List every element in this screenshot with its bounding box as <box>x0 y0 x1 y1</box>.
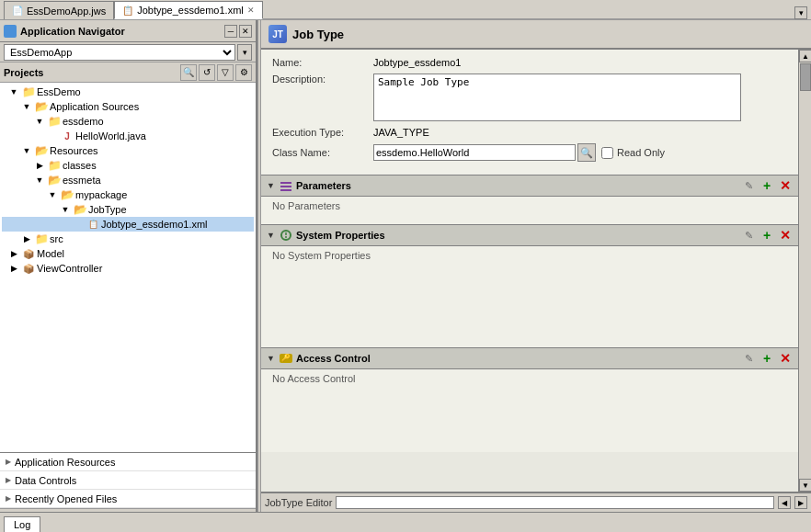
nav-minimize-button[interactable]: ─ <box>224 25 237 38</box>
recently-opened-label: Recently Opened Files <box>15 493 117 504</box>
tree-item-essdemo-pkg[interactable]: ▼ 📁 essdemo <box>2 114 254 129</box>
src-icon: 📁 <box>35 232 48 245</box>
parameters-delete-button[interactable]: ✕ <box>778 178 793 193</box>
app-sources-label: Application Sources <box>50 101 139 112</box>
viewcontroller-toggle[interactable]: ▶ <box>7 262 20 275</box>
job-type-header: JT Job Type <box>261 20 811 50</box>
parameters-add-button[interactable]: + <box>760 178 774 193</box>
jobtype-folder-icon: 📂 <box>74 203 86 216</box>
tab-jobtype-icon: 📋 <box>122 6 133 16</box>
system-props-icon <box>280 229 292 242</box>
recently-opened-section[interactable]: ▶ Recently Opened Files <box>0 490 256 508</box>
tree-item-app-sources[interactable]: ▼ 📂 Application Sources <box>2 99 254 114</box>
app-selector-dropdown[interactable]: EssDemoApp <box>4 44 235 61</box>
model-icon: 📦 <box>22 247 35 260</box>
resources-label: Resources <box>50 145 98 156</box>
app-sources-icon: 📂 <box>35 100 48 113</box>
model-toggle[interactable]: ▶ <box>7 247 20 260</box>
access-control-empty-text: No Access Control <box>272 373 355 384</box>
parameters-empty-text: No Parameters <box>272 200 340 211</box>
scroll-thumb[interactable] <box>800 63 811 91</box>
classes-toggle[interactable]: ▶ <box>33 159 46 172</box>
app-resources-section[interactable]: ▶ Application Resources <box>0 453 256 471</box>
log-tab[interactable]: Log <box>4 516 40 532</box>
app-sources-toggle[interactable]: ▼ <box>20 100 33 113</box>
data-controls-label: Data Controls <box>15 475 76 486</box>
access-control-toggle[interactable]: ▼ <box>267 354 276 363</box>
tree-item-mypackage[interactable]: ▼ 📂 mypackage <box>2 187 254 202</box>
essdemo-pkg-toggle[interactable]: ▼ <box>33 115 46 128</box>
more-options-button[interactable]: ⚙ <box>235 64 252 81</box>
tree-item-src[interactable]: ▶ 📁 src <box>2 232 254 246</box>
parameters-edit-button[interactable]: ✎ <box>741 178 756 193</box>
scroll-right-button[interactable]: ▶ <box>794 496 807 509</box>
access-control-edit-button[interactable]: ✎ <box>741 351 756 366</box>
scroll-left-button[interactable]: ◀ <box>778 496 791 509</box>
tab-essdemoapp[interactable]: 📄 EssDemoApp.jws <box>4 1 114 19</box>
jobtype-xml-label: Jobtype_essdemo1.xml <box>101 219 208 230</box>
tab-jobtype-label: Jobtype_essdemo1.xml <box>137 5 244 16</box>
data-controls-arrow: ▶ <box>6 476 11 484</box>
access-control-delete-button[interactable]: ✕ <box>778 351 793 366</box>
log-tab-label: Log <box>14 519 30 530</box>
log-tabs-bar: Log <box>0 512 811 532</box>
access-control-add-button[interactable]: + <box>760 351 774 366</box>
system-props-edit-button[interactable]: ✎ <box>741 228 756 243</box>
horizontal-scrollbar[interactable] <box>336 496 774 509</box>
search-project-button[interactable]: 🔍 <box>180 64 197 81</box>
app-selector-row: EssDemoApp ▾ <box>0 42 256 62</box>
essmeta-label: essmeta <box>63 175 101 186</box>
viewcontroller-label: ViewController <box>37 263 102 274</box>
tree-item-jobtype-xml[interactable]: 📋 Jobtype_essdemo1.xml <box>2 217 254 232</box>
scroll-track[interactable] <box>799 62 811 479</box>
right-scrollbar[interactable]: ▲ ▼ <box>798 50 811 492</box>
jobtype-folder-toggle[interactable]: ▼ <box>59 203 72 216</box>
src-toggle[interactable]: ▶ <box>20 232 33 245</box>
system-props-content: No System Properties <box>261 246 798 274</box>
tree-item-essdemo[interactable]: ▼ 📁 EssDemo <box>2 85 254 99</box>
data-controls-section[interactable]: ▶ Data Controls <box>0 471 256 490</box>
mypackage-toggle[interactable]: ▼ <box>46 188 59 201</box>
system-props-delete-button[interactable]: ✕ <box>778 228 793 243</box>
system-props-add-button[interactable]: + <box>760 228 774 243</box>
svg-rect-2 <box>280 189 291 191</box>
tree-item-helloworld[interactable]: J HelloWorld.java <box>2 129 254 143</box>
tree-item-model[interactable]: ▶ 📦 Model <box>2 246 254 261</box>
parameters-icon <box>280 179 292 192</box>
tab-menu-button[interactable]: ▾ <box>794 6 807 19</box>
read-only-checkbox[interactable] <box>601 147 613 159</box>
tree-item-viewcontroller[interactable]: ▶ 📦 ViewController <box>2 261 254 276</box>
tab-close-icon[interactable]: ✕ <box>247 6 255 15</box>
mypackage-label: mypackage <box>75 189 127 200</box>
tab-jobtype-xml[interactable]: 📋 Jobtype_essdemo1.xml ✕ <box>114 1 263 19</box>
class-name-input[interactable] <box>373 144 576 161</box>
tree-item-jobtype-folder[interactable]: ▼ 📂 JobType <box>2 202 254 217</box>
essdemo-pkg-label: essdemo <box>63 116 104 127</box>
key-icon: 🔑 <box>280 354 292 363</box>
app-selector-expand-button[interactable]: ▾ <box>237 44 252 61</box>
essmeta-toggle[interactable]: ▼ <box>33 174 46 187</box>
refresh-button[interactable]: ↺ <box>199 64 215 81</box>
filter-button[interactable]: ▽ <box>217 64 234 81</box>
spacer <box>261 274 798 347</box>
essdemo-icon: 📁 <box>22 85 35 98</box>
mypackage-icon: 📂 <box>61 188 74 201</box>
resources-toggle[interactable]: ▼ <box>20 144 33 157</box>
system-props-toggle[interactable]: ▼ <box>267 231 276 240</box>
tree-item-classes[interactable]: ▶ 📁 classes <box>2 158 254 173</box>
description-textarea[interactable]: Sample Job Type <box>373 74 741 121</box>
system-props-empty-text: No System Properties <box>272 250 371 261</box>
class-name-label: Class Name: <box>272 147 373 158</box>
app-navigator-title: Application Navigator <box>20 26 125 37</box>
tree-item-resources[interactable]: ▼ 📂 Resources <box>2 143 254 158</box>
access-control-icon: 🔑 <box>280 352 292 365</box>
tree-item-essmeta[interactable]: ▼ 📂 essmeta <box>2 173 254 187</box>
scroll-up-button[interactable]: ▲ <box>799 50 811 62</box>
scroll-down-button[interactable]: ▼ <box>799 479 811 492</box>
parameters-toggle[interactable]: ▼ <box>267 181 276 190</box>
app-navigator-icon <box>4 25 17 38</box>
bottom-spacer <box>261 397 798 452</box>
nav-close-button[interactable]: ✕ <box>239 25 252 38</box>
essdemo-toggle[interactable]: ▼ <box>7 85 20 98</box>
class-name-search-button[interactable]: 🔍 <box>577 143 596 162</box>
